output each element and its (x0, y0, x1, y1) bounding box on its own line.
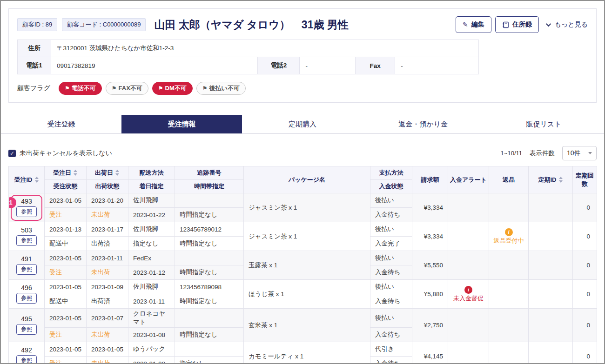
reference-button[interactable]: 参照 (16, 293, 37, 304)
reference-button[interactable]: 参照 (16, 235, 37, 246)
flag-no-fax: ⚑FAX不可 (106, 82, 148, 95)
address-label: 住所 (18, 40, 51, 57)
subscription-id (529, 309, 573, 342)
payment-status: 入金待ち (370, 294, 412, 309)
arrival-date: 指定なし (128, 237, 175, 251)
time-slot: 時間指定なし (175, 237, 244, 251)
order-date: 2023-01-13 (45, 222, 87, 237)
subscription-id (529, 193, 573, 222)
customer-header: 顧客ID : 89 顧客コード : C0000000089 山田 太郎（ヤマダ … (17, 16, 588, 33)
return-cell (489, 309, 529, 342)
time-slot: 時間指定なし (175, 328, 244, 342)
flag-icon: ⚑ (65, 85, 70, 92)
flag-no-dm: ⚑DM不可 (152, 82, 193, 95)
reference-button[interactable]: 参照 (16, 355, 37, 364)
customer-card: 顧客ID : 89 顧客コード : C0000000089 山田 太郎（ヤマダ … (8, 8, 597, 103)
reference-button[interactable]: 参照 (16, 206, 37, 217)
customer-flags-row: 顧客フラグ ⚑電話不可 ⚑FAX不可 ⚑DM不可 ⚑後払い不可 (17, 82, 588, 95)
carrier: 佐川飛脚 (128, 222, 175, 237)
customer-age-gender: 31歳 男性 (302, 19, 349, 31)
payment-method: 後払い (370, 251, 412, 265)
return-cell (489, 280, 529, 309)
tab-order-entry[interactable]: 受注登録 (1, 115, 121, 133)
sort-icon[interactable] (115, 170, 120, 176)
col-arrival: 着日指定 (128, 180, 175, 193)
tracking-number: 123456789098 (175, 280, 244, 294)
toolbar-right: 1~10/11 表示件数 10件 (501, 146, 597, 160)
ship-date: 2023-01-07 (87, 309, 128, 328)
subscription-count: 0 (573, 251, 597, 280)
order-id-cell: 491 参照 (9, 251, 45, 280)
customer-id-badge: 顧客ID : 89 (17, 18, 57, 31)
payment-alert-cell (448, 193, 489, 222)
reference-button[interactable]: 参照 (16, 324, 37, 335)
hide-unshipped-cancel-checkbox[interactable]: ✓ 未出荷キャンセルを表示しない (8, 149, 112, 158)
col-package: パッケージ名 (244, 166, 370, 193)
payment-method: 後払い (370, 193, 412, 208)
order-row-top: 492 参照 2023-01-05 2023-01-05 ゆうパック カモミール… (9, 342, 597, 357)
order-id-box: 503 参照 (11, 224, 42, 250)
ship-date: 2023-01-09 (87, 280, 128, 294)
per-page-select[interactable]: 10件 (562, 146, 597, 160)
order-id-box: 496 参照 (11, 281, 42, 307)
chevron-down-icon (546, 21, 551, 26)
package-name: ほうじ茶 x 1 (244, 280, 370, 309)
sort-icon[interactable] (559, 177, 563, 183)
order-id: 493 (21, 198, 32, 205)
time-slot: 時間指定なし (175, 294, 244, 309)
arrival-date: 2023-01-11 (128, 294, 175, 309)
col-ship-date[interactable]: 出荷日 (87, 166, 128, 180)
payment-method: 後払い (370, 309, 412, 328)
annotation-badge-1: 1 (9, 197, 17, 208)
orders-tbody: 1 493 参照 2023-01-05 2023-01-20 佐川飛脚 ジャスミ… (9, 193, 597, 364)
col-subscription-id[interactable]: 定期ID (529, 166, 573, 193)
order-id-cell: 1 493 参照 (9, 193, 45, 222)
ship-date: 2023-01-20 (87, 193, 128, 208)
order-id-cell: 492 参照 (9, 342, 45, 364)
order-id: 503 (21, 226, 32, 234)
col-amount: 請求額 (412, 166, 448, 193)
return-cell (489, 342, 529, 364)
carrier: 佐川飛脚 (128, 193, 175, 208)
arrival-date: 2023-01-22 (128, 208, 175, 222)
checkbox-checked-icon: ✓ (8, 150, 16, 157)
order-id: 496 (21, 284, 32, 291)
package-name: 玄米茶 x 1 (244, 309, 370, 342)
order-id-box: 495 参照 (11, 312, 42, 338)
order-status: 配送中 (45, 237, 87, 251)
billed-amount: ¥3,334 (412, 222, 448, 251)
tab-refund-deposit[interactable]: 返金・預かり金 (363, 115, 484, 133)
tab-bar: 受注登録 受注情報 定期購入 返金・預かり金 販促リスト (1, 115, 604, 134)
fax-value: - (395, 57, 479, 74)
sort-icon[interactable] (74, 170, 78, 176)
reference-button[interactable]: 参照 (16, 264, 37, 275)
tab-order-info[interactable]: 受注情報 (121, 115, 242, 133)
billed-amount: ¥5,550 (412, 251, 448, 280)
customer-code-badge: 顧客コード : C0000000089 (62, 18, 146, 31)
col-order-id[interactable]: 受注ID (9, 166, 45, 193)
payment-alert-cell (448, 251, 489, 280)
phone1-label: 電話1 (18, 57, 51, 74)
time-slot: 時間指定なし (175, 208, 244, 222)
order-row-top: 491 参照 2023-01-05 2023-01-11 FedEx 玉露茶 x… (9, 251, 597, 265)
tracking-number (175, 193, 244, 208)
order-status: 受注 (45, 328, 87, 342)
col-order-date[interactable]: 受注日 (45, 166, 87, 180)
ship-status: 出荷済 (87, 237, 128, 251)
sort-icon[interactable] (35, 177, 39, 183)
more-menu-link[interactable]: もっと見る (547, 20, 588, 29)
orders-table: 受注ID 受注日 出荷日 配送方法 追跡番号 パッケージ名 支払方法 請求額 入… (8, 166, 597, 364)
ship-status: 未出荷 (87, 357, 128, 364)
tab-promo-list[interactable]: 販促リスト (484, 115, 604, 133)
address-book-button[interactable]: 住所録 (495, 16, 539, 33)
payment-status: 入金待ち (370, 265, 412, 280)
order-status: 受注 (45, 265, 87, 280)
per-page-label: 表示件数 (530, 149, 555, 158)
orders-toolbar: ✓ 未出荷キャンセルを表示しない 1~10/11 表示件数 10件 (8, 146, 597, 160)
tab-subscription[interactable]: 定期購入 (242, 115, 363, 133)
tracking-number (175, 342, 244, 357)
return-status: i 返品受付中 (493, 228, 524, 245)
flag-icon: ⚑ (112, 85, 117, 92)
edit-button[interactable]: ✎ 編集 (456, 16, 491, 33)
subscription-id (529, 251, 573, 280)
